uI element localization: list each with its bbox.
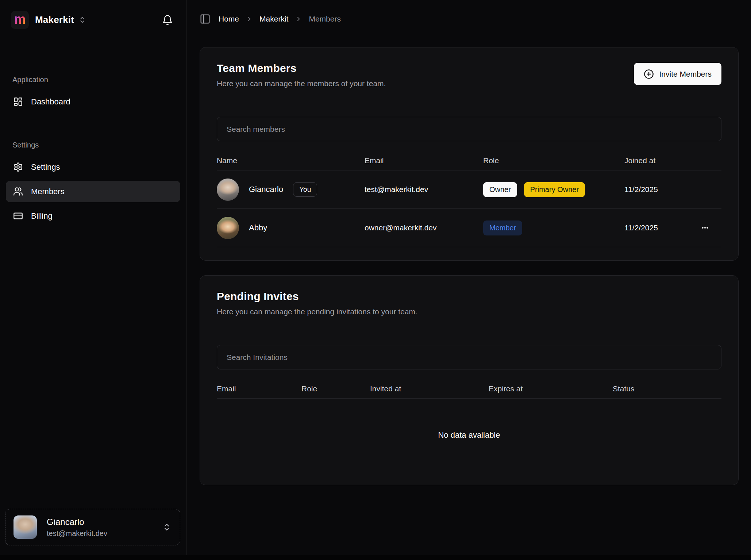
member-role-cell: Member xyxy=(483,220,624,235)
user-avatar xyxy=(14,515,37,539)
avatar xyxy=(217,217,239,239)
user-meta: Giancarlo test@makerkit.dev xyxy=(47,517,107,538)
breadcrumb-home[interactable]: Home xyxy=(219,15,239,23)
sidebar-item-label: Members xyxy=(31,187,65,196)
section-label: Application xyxy=(12,76,180,84)
panel-left-icon[interactable] xyxy=(200,14,211,24)
team-members-card: Team Members Here you can manage the mem… xyxy=(200,47,739,261)
member-role-cell: Owner Primary Owner xyxy=(483,182,624,197)
empty-state-text: No data available xyxy=(217,399,721,472)
sidebar-item-settings[interactable]: Settings xyxy=(6,156,180,178)
breadcrumb-members: Members xyxy=(309,15,341,23)
workspace-name[interactable]: Makerkit xyxy=(35,14,74,26)
member-name-cell: Giancarlo You xyxy=(217,179,365,201)
column-header-status: Status xyxy=(613,384,721,393)
dashboard-icon xyxy=(13,97,23,107)
members-table-header: Name Email Role Joined at xyxy=(217,151,721,170)
invites-table-header: Email Role Invited at Expires at Status xyxy=(217,379,721,399)
role-badge-member: Member xyxy=(483,220,522,235)
sidebar-item-label: Billing xyxy=(31,211,53,221)
logo-letter: m xyxy=(14,13,26,26)
member-email: owner@makerkit.dev xyxy=(365,223,483,232)
section-label: Settings xyxy=(12,141,180,149)
main-content: Home Makerkit Members Team Members Here … xyxy=(186,0,751,560)
user-email: test@makerkit.dev xyxy=(47,529,107,538)
pending-invites-heading-group: Pending Invites Here you can manage the … xyxy=(217,290,417,316)
invite-members-label: Invite Members xyxy=(659,70,712,78)
chevrons-up-down-icon xyxy=(162,523,171,532)
column-header-expires-at: Expires at xyxy=(489,384,613,393)
member-name-cell: Abby xyxy=(217,217,365,239)
column-header-name: Name xyxy=(217,156,365,165)
team-members-header: Team Members Here you can manage the mem… xyxy=(217,62,721,104)
sidebar-nav: Application Dashboard Settings Settings … xyxy=(0,76,186,230)
card-title: Team Members xyxy=(217,62,386,74)
card-title: Pending Invites xyxy=(217,290,417,303)
breadcrumb: Home Makerkit Members xyxy=(200,11,739,27)
sidebar-item-label: Dashboard xyxy=(31,97,70,107)
column-header-role: Role xyxy=(301,384,370,393)
invite-members-button[interactable]: Invite Members xyxy=(634,63,721,85)
breadcrumb-makerkit[interactable]: Makerkit xyxy=(259,15,288,23)
you-badge: You xyxy=(293,182,317,197)
member-name: Abby xyxy=(249,223,267,233)
user-account-menu[interactable]: Giancarlo test@makerkit.dev xyxy=(5,509,180,545)
card-subtitle: Here you can manage the members of your … xyxy=(217,79,386,88)
sidebar-item-billing[interactable]: Billing xyxy=(6,205,180,227)
column-header-role: Role xyxy=(483,156,624,165)
makerkit-logo[interactable]: m xyxy=(11,11,29,29)
sidebar-header: m Makerkit xyxy=(0,0,186,29)
role-badge-primary-owner: Primary Owner xyxy=(524,182,585,197)
member-name: Giancarlo xyxy=(249,185,283,194)
avatar xyxy=(217,179,239,201)
column-header-joined-at: Joined at xyxy=(624,156,689,165)
sidebar-section-application: Application Dashboard xyxy=(6,76,180,112)
sidebar-item-label: Settings xyxy=(31,162,60,172)
member-email: test@makerkit.dev xyxy=(365,185,483,194)
member-joined-at: 11/2/2025 xyxy=(624,223,689,232)
table-row: Giancarlo You test@makerkit.dev Owner Pr… xyxy=(217,170,721,209)
chevron-right-icon xyxy=(295,15,302,23)
sidebar-section-settings: Settings Settings Members Billing xyxy=(6,141,180,227)
sidebar-item-dashboard[interactable]: Dashboard xyxy=(6,91,180,112)
chevrons-up-down-icon[interactable] xyxy=(78,16,86,24)
sidebar-item-members[interactable]: Members xyxy=(6,181,180,202)
app-root: m Makerkit Application Dashboard Setting… xyxy=(0,0,751,560)
users-icon xyxy=(13,187,23,196)
column-header-email: Email xyxy=(217,384,301,393)
pending-invites-header: Pending Invites Here you can manage the … xyxy=(217,290,721,332)
credit-card-icon xyxy=(13,211,23,221)
circle-plus-icon xyxy=(644,69,654,79)
sidebar: m Makerkit Application Dashboard Setting… xyxy=(0,0,186,560)
team-members-heading-group: Team Members Here you can manage the mem… xyxy=(217,62,386,88)
ellipsis-icon xyxy=(700,222,710,233)
pending-invites-card: Pending Invites Here you can manage the … xyxy=(200,275,739,485)
user-name: Giancarlo xyxy=(47,517,107,528)
column-header-email: Email xyxy=(365,156,483,165)
member-joined-at: 11/2/2025 xyxy=(624,185,689,194)
search-invitations-input[interactable] xyxy=(217,345,721,369)
card-subtitle: Here you can manage the pending invitati… xyxy=(217,307,417,316)
table-row: Abby owner@makerkit.dev Member 11/2/2025 xyxy=(217,209,721,247)
gear-icon xyxy=(13,162,23,172)
role-badge-owner: Owner xyxy=(483,182,517,197)
window-bottom-edge xyxy=(0,555,751,560)
row-actions-menu[interactable] xyxy=(697,219,713,236)
chevron-right-icon xyxy=(246,15,253,23)
notifications-bell-icon[interactable] xyxy=(162,15,173,26)
column-header-invited-at: Invited at xyxy=(370,384,489,393)
search-members-input[interactable] xyxy=(217,117,721,141)
